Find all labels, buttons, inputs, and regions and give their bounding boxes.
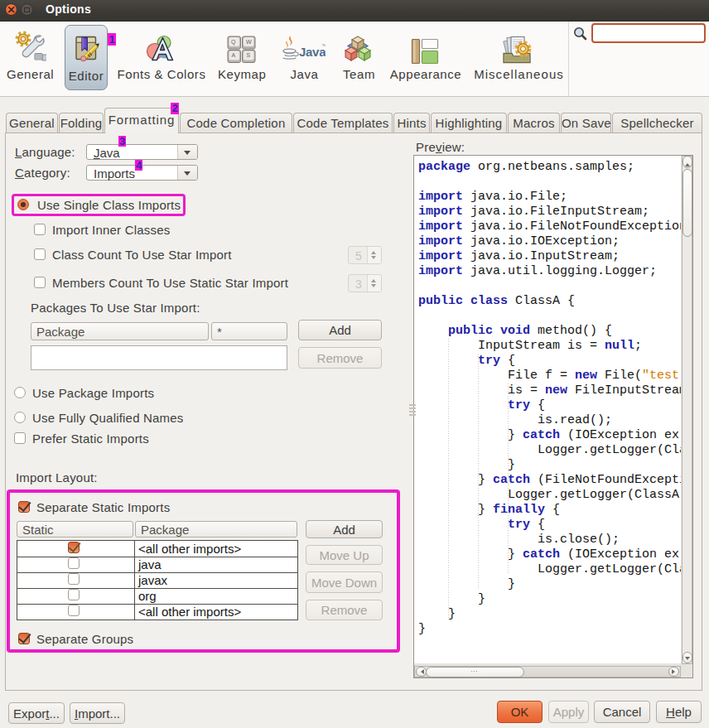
svg-text:W: W <box>246 39 252 45</box>
svg-text:S: S <box>247 52 251 58</box>
svg-text:Q: Q <box>231 39 236 46</box>
svg-text:A: A <box>232 52 236 58</box>
svg-text:™: ™ <box>321 43 326 49</box>
